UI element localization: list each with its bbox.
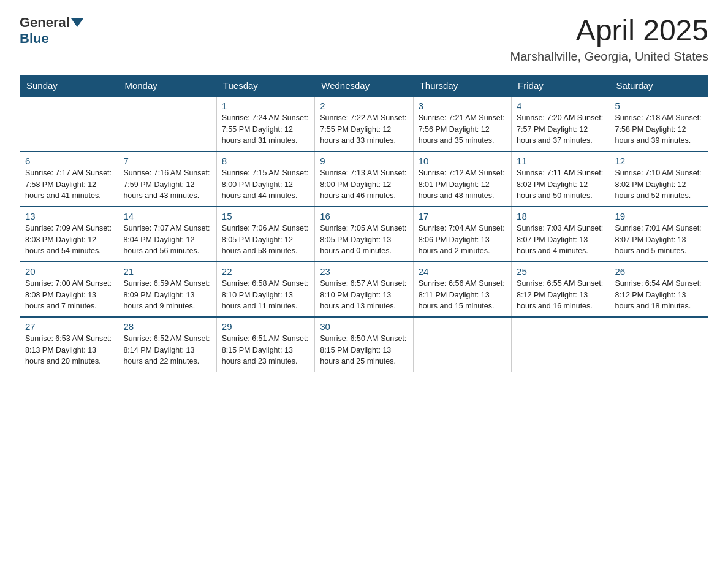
day-number: 16 xyxy=(320,211,408,221)
day-number: 4 xyxy=(517,101,604,111)
day-number: 22 xyxy=(222,266,309,277)
day-number: 10 xyxy=(419,156,506,166)
days-of-week-row: SundayMondayTuesdayWednesdayThursdayFrid… xyxy=(20,75,708,96)
logo: General Blue xyxy=(20,15,85,47)
day-of-week-header: Saturday xyxy=(610,75,708,96)
day-number: 19 xyxy=(615,211,703,221)
calendar-day-cell: 14Sunrise: 7:07 AM Sunset: 8:04 PM Dayli… xyxy=(118,207,216,262)
calendar-day-cell: 10Sunrise: 7:12 AM Sunset: 8:01 PM Dayli… xyxy=(413,151,511,207)
day-number: 20 xyxy=(25,266,113,277)
calendar-day-cell: 4Sunrise: 7:20 AM Sunset: 7:57 PM Daylig… xyxy=(512,96,610,151)
day-number: 11 xyxy=(517,156,604,166)
day-number: 7 xyxy=(123,156,211,166)
calendar-week-row: 1Sunrise: 7:24 AM Sunset: 7:55 PM Daylig… xyxy=(20,96,708,151)
calendar-table: SundayMondayTuesdayWednesdayThursdayFrid… xyxy=(20,75,708,373)
day-number: 8 xyxy=(222,156,309,166)
calendar-week-row: 27Sunrise: 6:53 AM Sunset: 8:13 PM Dayli… xyxy=(20,317,708,372)
calendar-day-cell: 3Sunrise: 7:21 AM Sunset: 7:56 PM Daylig… xyxy=(413,96,511,151)
calendar-day-cell: 26Sunrise: 6:54 AM Sunset: 8:12 PM Dayli… xyxy=(610,262,708,317)
logo-blue-text: Blue xyxy=(20,31,49,47)
day-number: 12 xyxy=(615,156,703,166)
day-info: Sunrise: 7:16 AM Sunset: 7:59 PM Dayligh… xyxy=(123,167,211,202)
day-number: 5 xyxy=(615,101,703,111)
calendar-day-cell xyxy=(20,96,118,151)
calendar-day-cell: 2Sunrise: 7:22 AM Sunset: 7:55 PM Daylig… xyxy=(315,96,413,151)
day-number: 2 xyxy=(320,101,408,111)
day-info: Sunrise: 7:21 AM Sunset: 7:56 PM Dayligh… xyxy=(419,112,506,147)
day-info: Sunrise: 7:24 AM Sunset: 7:55 PM Dayligh… xyxy=(222,112,309,147)
calendar-week-row: 13Sunrise: 7:09 AM Sunset: 8:03 PM Dayli… xyxy=(20,207,708,262)
day-number: 6 xyxy=(25,156,113,166)
day-info: Sunrise: 6:57 AM Sunset: 8:10 PM Dayligh… xyxy=(320,278,408,312)
calendar-day-cell: 27Sunrise: 6:53 AM Sunset: 8:13 PM Dayli… xyxy=(20,317,118,372)
logo-arrow-icon xyxy=(71,18,83,27)
day-info: Sunrise: 7:09 AM Sunset: 8:03 PM Dayligh… xyxy=(25,223,113,257)
day-number: 15 xyxy=(222,211,309,221)
day-of-week-header: Sunday xyxy=(20,75,118,96)
day-of-week-header: Monday xyxy=(118,75,216,96)
calendar-week-row: 6Sunrise: 7:17 AM Sunset: 7:58 PM Daylig… xyxy=(20,151,708,207)
day-info: Sunrise: 7:12 AM Sunset: 8:01 PM Dayligh… xyxy=(419,167,506,202)
calendar-day-cell: 12Sunrise: 7:10 AM Sunset: 8:02 PM Dayli… xyxy=(610,151,708,207)
day-number: 24 xyxy=(419,266,506,277)
calendar-day-cell: 18Sunrise: 7:03 AM Sunset: 8:07 PM Dayli… xyxy=(512,207,610,262)
calendar-header: SundayMondayTuesdayWednesdayThursdayFrid… xyxy=(20,75,708,96)
calendar-day-cell: 21Sunrise: 6:59 AM Sunset: 8:09 PM Dayli… xyxy=(118,262,216,317)
day-info: Sunrise: 7:17 AM Sunset: 7:58 PM Dayligh… xyxy=(25,167,113,202)
day-info: Sunrise: 7:00 AM Sunset: 8:08 PM Dayligh… xyxy=(25,278,113,312)
calendar-day-cell: 6Sunrise: 7:17 AM Sunset: 7:58 PM Daylig… xyxy=(20,151,118,207)
day-info: Sunrise: 7:11 AM Sunset: 8:02 PM Dayligh… xyxy=(517,167,604,202)
day-info: Sunrise: 6:58 AM Sunset: 8:10 PM Dayligh… xyxy=(222,278,309,312)
day-info: Sunrise: 6:50 AM Sunset: 8:15 PM Dayligh… xyxy=(320,333,408,367)
day-number: 14 xyxy=(123,211,211,221)
page-header: General Blue April 2025 Marshallville, G… xyxy=(20,15,708,64)
calendar-day-cell: 8Sunrise: 7:15 AM Sunset: 8:00 PM Daylig… xyxy=(216,151,314,207)
calendar-day-cell xyxy=(512,317,610,372)
day-of-week-header: Wednesday xyxy=(315,75,413,96)
day-number: 25 xyxy=(517,266,604,277)
day-info: Sunrise: 7:13 AM Sunset: 8:00 PM Dayligh… xyxy=(320,167,408,202)
calendar-day-cell xyxy=(610,317,708,372)
day-number: 30 xyxy=(320,321,408,332)
calendar-day-cell: 5Sunrise: 7:18 AM Sunset: 7:58 PM Daylig… xyxy=(610,96,708,151)
day-info: Sunrise: 6:55 AM Sunset: 8:12 PM Dayligh… xyxy=(517,278,604,312)
day-number: 3 xyxy=(419,101,506,111)
day-info: Sunrise: 6:53 AM Sunset: 8:13 PM Dayligh… xyxy=(25,333,113,367)
day-number: 1 xyxy=(222,101,309,111)
day-info: Sunrise: 6:51 AM Sunset: 8:15 PM Dayligh… xyxy=(222,333,309,367)
calendar-day-cell: 20Sunrise: 7:00 AM Sunset: 8:08 PM Dayli… xyxy=(20,262,118,317)
calendar-day-cell: 17Sunrise: 7:04 AM Sunset: 8:06 PM Dayli… xyxy=(413,207,511,262)
day-number: 21 xyxy=(123,266,211,277)
day-of-week-header: Thursday xyxy=(413,75,511,96)
calendar-day-cell: 22Sunrise: 6:58 AM Sunset: 8:10 PM Dayli… xyxy=(216,262,314,317)
day-number: 29 xyxy=(222,321,309,332)
location-text: Marshallville, Georgia, United States xyxy=(510,50,708,64)
day-info: Sunrise: 7:15 AM Sunset: 8:00 PM Dayligh… xyxy=(222,167,309,202)
calendar-day-cell: 7Sunrise: 7:16 AM Sunset: 7:59 PM Daylig… xyxy=(118,151,216,207)
day-number: 27 xyxy=(25,321,113,332)
day-number: 23 xyxy=(320,266,408,277)
calendar-day-cell: 15Sunrise: 7:06 AM Sunset: 8:05 PM Dayli… xyxy=(216,207,314,262)
calendar-day-cell: 30Sunrise: 6:50 AM Sunset: 8:15 PM Dayli… xyxy=(315,317,413,372)
header-right: April 2025 Marshallville, Georgia, Unite… xyxy=(510,15,708,64)
day-info: Sunrise: 7:20 AM Sunset: 7:57 PM Dayligh… xyxy=(517,112,604,147)
day-info: Sunrise: 6:52 AM Sunset: 8:14 PM Dayligh… xyxy=(123,333,211,367)
calendar-day-cell xyxy=(413,317,511,372)
day-info: Sunrise: 7:01 AM Sunset: 8:07 PM Dayligh… xyxy=(615,223,703,257)
calendar-day-cell: 25Sunrise: 6:55 AM Sunset: 8:12 PM Dayli… xyxy=(512,262,610,317)
day-info: Sunrise: 6:56 AM Sunset: 8:11 PM Dayligh… xyxy=(419,278,506,312)
calendar-day-cell: 29Sunrise: 6:51 AM Sunset: 8:15 PM Dayli… xyxy=(216,317,314,372)
calendar-day-cell: 11Sunrise: 7:11 AM Sunset: 8:02 PM Dayli… xyxy=(512,151,610,207)
day-info: Sunrise: 7:06 AM Sunset: 8:05 PM Dayligh… xyxy=(222,223,309,257)
calendar-week-row: 20Sunrise: 7:00 AM Sunset: 8:08 PM Dayli… xyxy=(20,262,708,317)
day-number: 13 xyxy=(25,211,113,221)
calendar-day-cell: 13Sunrise: 7:09 AM Sunset: 8:03 PM Dayli… xyxy=(20,207,118,262)
calendar-day-cell: 28Sunrise: 6:52 AM Sunset: 8:14 PM Dayli… xyxy=(118,317,216,372)
day-info: Sunrise: 7:10 AM Sunset: 8:02 PM Dayligh… xyxy=(615,167,703,202)
calendar-day-cell: 1Sunrise: 7:24 AM Sunset: 7:55 PM Daylig… xyxy=(216,96,314,151)
day-info: Sunrise: 7:04 AM Sunset: 8:06 PM Dayligh… xyxy=(419,223,506,257)
day-of-week-header: Friday xyxy=(512,75,610,96)
calendar-day-cell: 23Sunrise: 6:57 AM Sunset: 8:10 PM Dayli… xyxy=(315,262,413,317)
calendar-day-cell: 24Sunrise: 6:56 AM Sunset: 8:11 PM Dayli… xyxy=(413,262,511,317)
day-number: 18 xyxy=(517,211,604,221)
